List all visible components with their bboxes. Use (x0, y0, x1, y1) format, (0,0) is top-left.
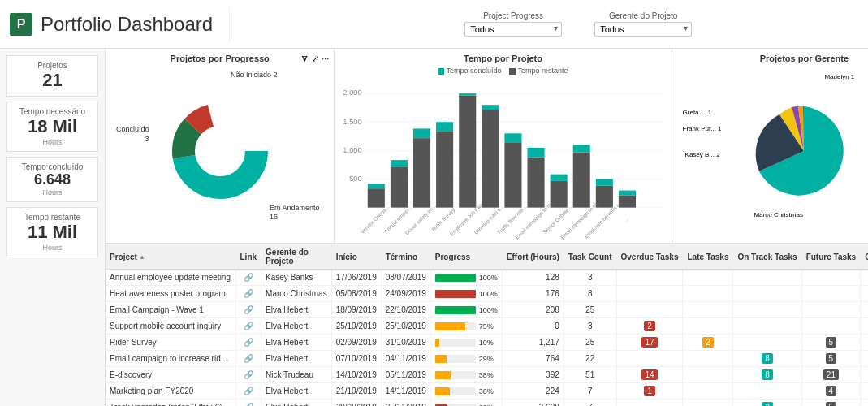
cell-start: 14/10/2019 (331, 367, 381, 383)
progress-bar-cell: 29% (435, 355, 498, 363)
cell-link[interactable]: 🔗 (235, 383, 261, 400)
cell-progress: 30% (430, 400, 502, 407)
bar-chart-title: Tempo por Projeto (341, 54, 664, 63)
kpi-tn-label: Tempo necessário (14, 107, 91, 116)
cell-late (683, 351, 733, 367)
cell-future: 5 (801, 335, 861, 351)
th-overdue[interactable]: Overdue Tasks (616, 244, 683, 270)
progress-bar-fill (435, 322, 466, 330)
svg-rect-24 (482, 105, 499, 110)
progress-bar-bg (435, 339, 476, 347)
cell-completed: 1 (861, 318, 868, 335)
th-manager[interactable]: Gerente doProjeto (261, 244, 332, 270)
cell-completed: 1 (861, 335, 868, 351)
th-late[interactable]: Late Tasks (683, 244, 733, 270)
cell-tasks: 25 (564, 302, 616, 318)
link-icon[interactable]: 🔗 (244, 338, 253, 347)
pie-svg (743, 94, 865, 208)
cell-overdue (616, 286, 683, 302)
cell-progress: 10% (430, 335, 502, 351)
svg-rect-20 (437, 122, 454, 132)
kpi-tempo-restante: Tempo restante 11 Mil Hours (6, 207, 98, 257)
pie-label-greta: Greta ... 1 (683, 109, 712, 116)
cell-link[interactable]: 🔗 (235, 286, 261, 302)
cell-tasks: 3 (564, 318, 616, 335)
svg-rect-27 (528, 158, 545, 208)
project-progress-select-wrap[interactable]: Todos (464, 22, 562, 37)
project-manager-select-wrap[interactable]: Todos (594, 22, 692, 37)
kpi-tc-label: Tempo concluído (14, 162, 91, 171)
link-icon[interactable]: 🔗 (244, 305, 253, 314)
progress-bar-fill (435, 339, 439, 347)
link-icon[interactable]: 🔗 (244, 289, 253, 298)
svg-rect-14 (368, 184, 385, 188)
table-row: E-discovery 🔗 Nick Trudeau 14/10/2019 05… (106, 367, 868, 383)
th-progress[interactable]: Progress (430, 244, 502, 270)
more-icon[interactable]: ··· (322, 54, 329, 64)
th-task-count[interactable]: Task Count (564, 244, 616, 270)
cell-link[interactable]: 🔗 (235, 367, 261, 383)
progress-bar-bg (435, 404, 476, 407)
cell-completed: 1 (861, 383, 868, 400)
cell-link[interactable]: 🔗 (235, 270, 261, 286)
svg-rect-15 (391, 166, 408, 207)
donut-chart-box: Projetos por Progresso ⛛ ⤢ ··· Não Inici… (106, 49, 335, 243)
th-future[interactable]: Future Tasks (801, 244, 861, 270)
cell-tasks: 22 (564, 351, 616, 367)
link-icon[interactable]: 🔗 (244, 387, 253, 395)
cell-effort: 128 (502, 270, 564, 286)
bar-chart-box: Tempo por Projeto Tempo concluído Tempo … (335, 49, 672, 243)
cell-link[interactable]: 🔗 (235, 318, 261, 335)
sort-project[interactable]: ▲ (139, 253, 145, 261)
cell-link[interactable]: 🔗 (235, 302, 261, 318)
svg-rect-36 (619, 191, 636, 196)
cell-completed: 3 (861, 270, 868, 286)
svg-rect-17 (413, 138, 430, 207)
cell-progress: 29% (430, 351, 502, 367)
expand-icon[interactable]: ⤢ (312, 54, 319, 64)
link-icon[interactable]: 🔗 (244, 370, 253, 379)
bar-legend: Tempo concluído Tempo restante (341, 67, 664, 75)
cell-late (683, 383, 733, 400)
link-icon[interactable]: 🔗 (244, 273, 253, 282)
svg-rect-26 (505, 133, 522, 143)
kpi-projetos: Projetos 21 (6, 55, 98, 97)
donut-chart-title: Projetos por Progresso (112, 54, 327, 63)
svg-rect-30 (551, 175, 568, 181)
progress-bar-bg (435, 290, 476, 298)
kpi-tc-value: 6.648 (14, 171, 91, 189)
th-completed[interactable]: Completed Tasks (861, 244, 868, 270)
project-progress-select[interactable]: Todos (464, 22, 562, 37)
link-icon[interactable]: 🔗 (244, 403, 253, 406)
cell-overdue: 17 (616, 335, 683, 351)
progress-bar-fill (435, 274, 476, 282)
filter-icon[interactable]: ⛛ (300, 54, 309, 64)
chart-icons[interactable]: ⛛ ⤢ ··· (300, 54, 329, 64)
th-end[interactable]: Término (381, 244, 430, 270)
project-manager-select[interactable]: Todos (594, 22, 692, 37)
cell-link[interactable]: 🔗 (235, 400, 261, 407)
cell-manager: Marco Christmas (261, 286, 332, 302)
progress-bar-bg (435, 387, 476, 395)
project-progress-filter: Project Progress Todos (464, 11, 562, 37)
cell-link[interactable]: 🔗 (235, 335, 261, 351)
kpi-tc-sub: Hours (14, 188, 91, 197)
th-effort[interactable]: Effort (Hours) (502, 244, 564, 270)
cell-effort: 764 (502, 351, 564, 367)
cell-late (683, 286, 733, 302)
cell-completed: 13 (861, 367, 868, 383)
progress-bar-cell: 100% (435, 274, 498, 282)
legend-remaining-dot (509, 68, 516, 75)
th-start[interactable]: Início (331, 244, 381, 270)
cell-link[interactable]: 🔗 (235, 351, 261, 367)
progress-bar-cell: 36% (435, 387, 498, 395)
progress-pct: 75% (479, 322, 494, 330)
page-title: Portfolio Dashboard (41, 13, 213, 36)
progress-pct: 29% (479, 355, 494, 363)
link-icon[interactable]: 🔗 (244, 354, 253, 363)
th-on-track[interactable]: On Track Tasks (733, 244, 801, 270)
th-project[interactable]: Project▲ (106, 244, 235, 270)
project-manager-label: Gerente do Projeto (609, 11, 678, 20)
link-icon[interactable]: 🔗 (244, 322, 253, 330)
progress-pct: 100% (479, 290, 498, 298)
